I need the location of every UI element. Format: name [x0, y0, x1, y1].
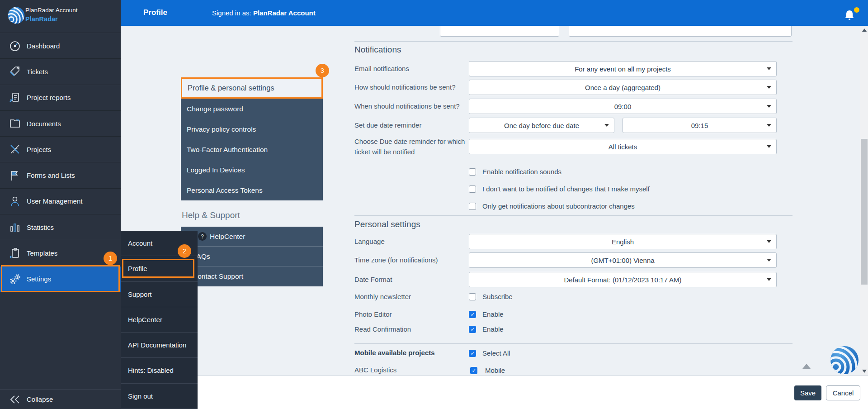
- ticket-filter-label: Choose Due date reminder for which ticke…: [354, 136, 471, 157]
- question-circle-icon: ?: [198, 232, 207, 241]
- photo-editor-checkbox[interactable]: [469, 311, 476, 318]
- project-mobile-label: Mobile: [485, 366, 505, 374]
- chevron-down-icon: [767, 105, 771, 108]
- due-date-reminder-label: Set due date reminder: [354, 121, 421, 129]
- sidebar-item-dashboard[interactable]: Dashboard: [0, 33, 121, 58]
- due-date-reminder-select[interactable]: One day before due date: [469, 118, 614, 133]
- select-all-checkbox[interactable]: [469, 350, 476, 357]
- read-confirmation-enable-label: Enable: [482, 325, 504, 333]
- settings-nav-item-profile-personal[interactable]: Profile & personal settings: [181, 77, 323, 99]
- settings-nav-item-change-password[interactable]: Change password: [181, 99, 323, 119]
- bell-icon[interactable]: [844, 10, 854, 21]
- scroll-up-icon[interactable]: [802, 364, 811, 369]
- sidebar-item-templates[interactable]: Templates: [0, 240, 121, 266]
- chevron-down-icon: [767, 124, 771, 127]
- sidebar-item-forms-and-lists[interactable]: Forms and Lists: [0, 162, 121, 188]
- top-bar: Profile Signed in as: PlanRadar Account: [121, 0, 868, 26]
- chevron-down-icon: [767, 240, 771, 243]
- sidebar-item-label: User Management: [27, 197, 82, 205]
- help-support-heading: Help & Support: [182, 210, 323, 220]
- signed-in-account-name: PlanRadar Account: [253, 9, 316, 17]
- monthly-newsletter-label: Monthly newsletter: [354, 293, 411, 300]
- sidebar-item-user-management[interactable]: User Management: [0, 188, 121, 214]
- page-title: Profile: [143, 8, 167, 17]
- chevron-down-icon: [767, 278, 771, 281]
- clipboard-icon: [8, 247, 22, 260]
- sidebar-item-settings[interactable]: Settings: [0, 266, 121, 292]
- sidebar-item-documents[interactable]: Documents: [0, 110, 121, 136]
- no-self-notify-checkbox[interactable]: [469, 185, 476, 193]
- settings-nav-item-two-factor[interactable]: Two-Factor Authentication: [181, 139, 323, 160]
- bar-chart-icon: [8, 221, 22, 233]
- menu-item-profile[interactable]: Profile: [121, 256, 198, 281]
- menu-item-api-documentation[interactable]: API Documentation: [121, 333, 198, 358]
- read-confirmation-label: Read Confirmation: [354, 325, 411, 333]
- settings-nav-item-personal-access-tokens[interactable]: Personal Access Tokens: [181, 180, 323, 200]
- how-notifications-label: How should notifications be sent?: [354, 83, 455, 91]
- settings-nav-item-privacy-policy[interactable]: Privacy policy controls: [181, 119, 323, 139]
- planradar-watermark-logo: [830, 346, 859, 375]
- timezone-select[interactable]: (GMT+01:00) Vienna: [469, 252, 777, 268]
- gauge-icon: [8, 39, 22, 52]
- help-item-faqs[interactable]: FAQs: [181, 247, 323, 266]
- cancel-button[interactable]: Cancel: [826, 385, 860, 400]
- sidebar-item-projects[interactable]: Projects: [0, 136, 121, 162]
- personal-settings-heading: Personal settings: [354, 219, 420, 229]
- menu-item-sign-out[interactable]: Sign out: [121, 384, 198, 409]
- chevron-down-icon: [767, 259, 771, 262]
- save-button[interactable]: Save: [794, 385, 821, 400]
- chevron-down-icon: [767, 145, 771, 148]
- sidebar-collapse-button[interactable]: Collapse: [0, 389, 121, 409]
- menu-item-support[interactable]: Support: [121, 282, 198, 307]
- chevron-down-icon: [767, 67, 771, 70]
- sidebar-item-label: Projects: [27, 146, 51, 153]
- notification-sounds-checkbox[interactable]: [469, 168, 476, 176]
- settings-nav-panel: Change password Privacy policy controls …: [181, 99, 323, 200]
- sidebar-item-label: Statistics: [27, 224, 54, 231]
- sidebar-item-label: Tickets: [27, 68, 48, 76]
- help-item-helpcenter[interactable]: ? HelpCenter: [181, 227, 323, 247]
- language-label: Language: [354, 238, 385, 245]
- notification-dot: [854, 7, 859, 13]
- sidebar-item-tickets[interactable]: Tickets: [0, 58, 121, 84]
- mobile-projects-heading: Mobile available projects: [354, 349, 435, 357]
- sidebar-item-label: Forms and Lists: [27, 171, 75, 179]
- subcontractor-only-label: Only get notifications about subcontract…: [482, 202, 635, 210]
- signed-in-status: Signed in as: PlanRadar Account: [212, 9, 316, 17]
- partial-input[interactable]: [569, 26, 792, 37]
- sidebar: PlanRadar Account PlanRadar Dashboard Ti…: [0, 0, 121, 409]
- email-notifications-select[interactable]: For any event on all my projects: [469, 61, 777, 76]
- sidebar-item-label: Templates: [27, 249, 57, 257]
- sidebar-item-project-reports[interactable]: Project reports: [0, 85, 121, 110]
- vertical-scrollbar[interactable]: [860, 26, 868, 376]
- when-notifications-select[interactable]: 09:00: [469, 99, 777, 114]
- ticket-filter-select[interactable]: All tickets: [469, 139, 777, 154]
- date-format-select[interactable]: Default Format: (01/12/2023 10:17 AM): [469, 272, 777, 287]
- email-notifications-label: Email notifications: [354, 65, 409, 72]
- date-format-label: Date Format: [354, 276, 392, 283]
- subscribe-checkbox[interactable]: [469, 293, 476, 300]
- sidebar-header[interactable]: PlanRadar Account PlanRadar: [0, 0, 121, 33]
- partial-input[interactable]: [440, 26, 559, 37]
- step-badge-1: 1: [104, 252, 117, 265]
- collapse-label: Collapse: [27, 395, 53, 403]
- flag-icon: [8, 169, 22, 182]
- settings-nav-item-logged-in-devices[interactable]: Logged In Devices: [181, 160, 323, 180]
- due-date-time-select[interactable]: 09:15: [623, 118, 777, 133]
- menu-item-helpcenter[interactable]: HelpCenter: [121, 307, 198, 333]
- subcontractor-only-checkbox[interactable]: [469, 203, 476, 210]
- language-select[interactable]: English: [469, 234, 777, 249]
- scrollbar-up-icon[interactable]: [862, 29, 867, 32]
- scrollbar-down-icon[interactable]: [862, 370, 867, 373]
- how-notifications-select[interactable]: Once a day (aggregated): [469, 80, 777, 95]
- chevron-down-icon: [604, 124, 609, 127]
- scrollbar-thumb[interactable]: [861, 139, 868, 285]
- sidebar-menu: Dashboard Tickets Project reports Docume…: [0, 33, 121, 292]
- timezone-label: Time zone (for notifications): [354, 256, 438, 264]
- menu-item-hints[interactable]: Hints: Disabled: [121, 358, 198, 383]
- sidebar-item-statistics[interactable]: Statistics: [0, 214, 121, 240]
- read-confirmation-checkbox[interactable]: [469, 326, 476, 333]
- project-mobile-checkbox[interactable]: [470, 367, 477, 374]
- section-divider: [354, 41, 793, 42]
- help-item-contact-support[interactable]: Contact Support: [181, 266, 323, 286]
